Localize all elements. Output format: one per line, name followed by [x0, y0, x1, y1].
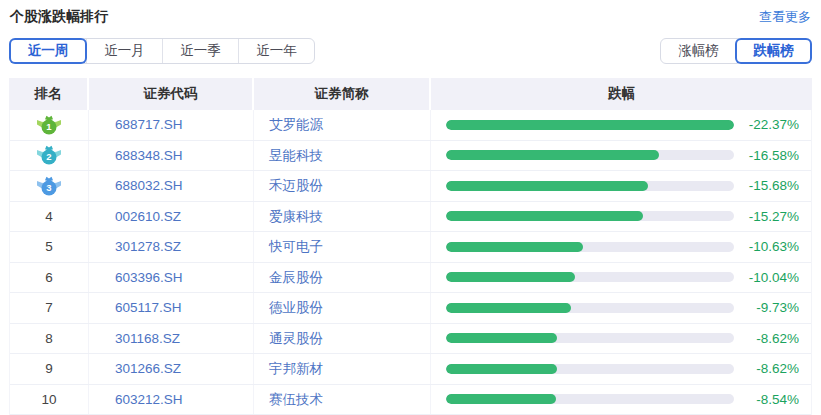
table-row[interactable]: 1 688717.SH 艾罗能源 -22.37%: [10, 110, 811, 141]
rank-cell: 9: [10, 354, 89, 384]
stock-name-link[interactable]: 德业股份: [254, 293, 431, 323]
rank-number: 10: [41, 392, 56, 407]
rank-number: 7: [45, 300, 53, 315]
table-row[interactable]: 7 605117.SH 德业股份 -9.73%: [10, 293, 811, 324]
stock-name-link[interactable]: 金辰股份: [254, 263, 431, 293]
svg-text:1: 1: [46, 121, 52, 132]
rank-cell: 8: [10, 324, 89, 354]
decline-cell: -15.68%: [431, 171, 811, 201]
decline-bar: [446, 211, 643, 221]
stock-code-link[interactable]: 603212.SH: [89, 385, 254, 415]
page-title: 个股涨跌幅排行: [10, 8, 108, 26]
stock-code-link[interactable]: 688717.SH: [89, 110, 254, 140]
decline-bar-track: [446, 242, 734, 252]
decline-cell: -10.63%: [431, 232, 811, 262]
decline-bar-track: [446, 303, 734, 313]
decline-bar-track: [446, 211, 734, 221]
table-row[interactable]: 6 603396.SH 金辰股份 -10.04%: [10, 263, 811, 294]
decline-cell: -9.73%: [431, 293, 811, 323]
table-row[interactable]: 4 002610.SZ 爱康科技 -15.27%: [10, 202, 811, 233]
decline-percent: -15.27%: [734, 209, 811, 224]
stock-code-link[interactable]: 301266.SZ: [89, 354, 254, 384]
ranking-table: 排名 证券代码 证券简称 跌幅 1 688717.SH 艾罗能源: [9, 78, 812, 415]
stock-code-link[interactable]: 002610.SZ: [89, 202, 254, 232]
decline-bar-track: [446, 120, 734, 130]
stock-name-link[interactable]: 禾迈股份: [254, 171, 431, 201]
widget-header: 个股涨跌幅排行 查看更多: [9, 6, 812, 26]
decline-percent: -8.62%: [734, 361, 811, 376]
rank-cell: 1: [10, 110, 89, 140]
stock-code-link[interactable]: 301278.SZ: [89, 232, 254, 262]
decline-percent: -8.62%: [734, 331, 811, 346]
rank-cell: 7: [10, 293, 89, 323]
svg-text:2: 2: [46, 152, 51, 163]
toggle-losers[interactable]: 跌幅榜: [735, 38, 812, 64]
decline-percent: -15.68%: [734, 178, 811, 193]
decline-bar: [446, 303, 571, 313]
tab-last-week[interactable]: 近一周: [9, 38, 87, 64]
rank-2-medal-icon: 2: [36, 144, 62, 166]
decline-bar: [446, 120, 734, 130]
table-row[interactable]: 10 603212.SH 赛伍技术 -8.54%: [10, 385, 811, 415]
decline-bar-track: [446, 181, 734, 191]
table-row[interactable]: 8 301168.SZ 通灵股份 -8.62%: [10, 324, 811, 355]
tab-last-quarter[interactable]: 近一季: [162, 39, 238, 63]
period-tab-group: 近一周 近一月 近一季 近一年: [9, 38, 315, 64]
decline-cell: -15.27%: [431, 202, 811, 232]
rank-number: 6: [45, 270, 53, 285]
table-header: 排名 证券代码 证券简称 跌幅: [9, 78, 812, 110]
decline-percent: -9.73%: [734, 300, 811, 315]
decline-percent: -8.54%: [734, 392, 811, 407]
decline-bar-track: [446, 333, 734, 343]
stock-ranking-widget: 个股涨跌幅排行 查看更多 近一周 近一月 近一季 近一年 涨幅榜 跌幅榜 排名 …: [0, 0, 821, 415]
decline-bar: [446, 394, 556, 404]
decline-bar-track: [446, 394, 734, 404]
decline-bar: [446, 333, 557, 343]
decline-bar: [446, 181, 648, 191]
stock-code-link[interactable]: 688348.SH: [89, 141, 254, 171]
table-row[interactable]: 5 301278.SZ 快可电子 -10.63%: [10, 232, 811, 263]
stock-name-link[interactable]: 昱能科技: [254, 141, 431, 171]
stock-code-link[interactable]: 605117.SH: [89, 293, 254, 323]
decline-bar: [446, 272, 575, 282]
stock-code-link[interactable]: 603396.SH: [89, 263, 254, 293]
decline-cell: -8.62%: [431, 354, 811, 384]
column-header-rank: 排名: [9, 78, 89, 110]
stock-name-link[interactable]: 宇邦新材: [254, 354, 431, 384]
decline-bar-track: [446, 364, 734, 374]
rank-cell: 4: [10, 202, 89, 232]
toggle-gainers[interactable]: 涨幅榜: [661, 39, 736, 63]
decline-cell: -16.58%: [431, 141, 811, 171]
stock-name-link[interactable]: 快可电子: [254, 232, 431, 262]
rank-number: 5: [45, 239, 53, 254]
svg-text:3: 3: [46, 182, 51, 193]
tab-last-year[interactable]: 近一年: [238, 39, 314, 63]
decline-cell: -8.54%: [431, 385, 811, 415]
decline-cell: -10.04%: [431, 263, 811, 293]
table-body: 1 688717.SH 艾罗能源 -22.37% 2: [9, 110, 812, 415]
stock-name-link[interactable]: 艾罗能源: [254, 110, 431, 140]
decline-percent: -16.58%: [734, 148, 811, 163]
rank-cell: 3: [10, 171, 89, 201]
rank-cell: 10: [10, 385, 89, 415]
table-row[interactable]: 3 688032.SH 禾迈股份 -15.68%: [10, 171, 811, 202]
rank-1-medal-icon: 1: [36, 114, 62, 136]
rank-number: 9: [45, 361, 53, 376]
decline-bar: [446, 150, 659, 160]
stock-name-link[interactable]: 通灵股份: [254, 324, 431, 354]
rank-cell: 2: [10, 141, 89, 171]
decline-bar-track: [446, 272, 734, 282]
column-header-name: 证券简称: [254, 78, 431, 110]
table-row[interactable]: 9 301266.SZ 宇邦新材 -8.62%: [10, 354, 811, 385]
controls-row: 近一周 近一月 近一季 近一年 涨幅榜 跌幅榜: [9, 38, 812, 64]
stock-code-link[interactable]: 301168.SZ: [89, 324, 254, 354]
decline-percent: -10.63%: [734, 239, 811, 254]
view-more-link[interactable]: 查看更多: [759, 8, 811, 26]
tab-last-month[interactable]: 近一月: [86, 39, 162, 63]
decline-bar: [446, 364, 557, 374]
decline-bar: [446, 242, 583, 252]
stock-name-link[interactable]: 爱康科技: [254, 202, 431, 232]
stock-code-link[interactable]: 688032.SH: [89, 171, 254, 201]
stock-name-link[interactable]: 赛伍技术: [254, 385, 431, 415]
table-row[interactable]: 2 688348.SH 昱能科技 -16.58%: [10, 141, 811, 172]
